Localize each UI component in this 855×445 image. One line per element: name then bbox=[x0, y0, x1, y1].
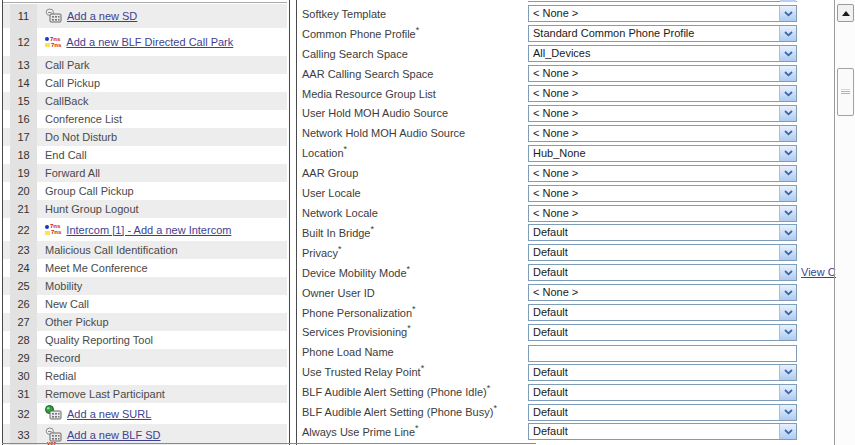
chevron-down-icon[interactable] bbox=[779, 285, 796, 300]
dropdown-select[interactable]: Default bbox=[528, 384, 797, 401]
form-row: AAR Group < None > bbox=[297, 163, 835, 183]
dropdown-select[interactable]: < None > bbox=[528, 105, 797, 122]
dropdown-select[interactable]: Standard Common Phone Profile bbox=[528, 25, 797, 42]
button-number: 21 bbox=[10, 200, 37, 218]
vertical-scrollbar[interactable] bbox=[836, 0, 855, 445]
required-marker: * bbox=[338, 244, 342, 254]
field-label: Location* bbox=[297, 147, 528, 159]
button-feature-cell: End Call bbox=[37, 149, 287, 161]
dropdown-select[interactable]: Default bbox=[528, 364, 797, 381]
dropdown-select[interactable]: < None > bbox=[528, 284, 797, 301]
add-feature-link[interactable]: Intercom [1] - Add a new Intercom bbox=[66, 224, 231, 236]
button-feature-cell: Forward All bbox=[37, 167, 287, 179]
field-label: BLF Audible Alert Setting (Phone Busy)* bbox=[297, 406, 528, 418]
dropdown-select[interactable]: < None > bbox=[528, 125, 797, 142]
chevron-down-icon[interactable] bbox=[779, 325, 796, 340]
add-feature-link[interactable]: Add a new BLF SD bbox=[67, 429, 161, 441]
form-row: Network Hold MOH Audio Source < None > bbox=[297, 123, 835, 143]
chevron-down-icon[interactable] bbox=[779, 305, 796, 320]
chevron-down-icon[interactable] bbox=[779, 26, 796, 41]
clipped-previous-dropdown bbox=[528, 0, 797, 2]
selected-value: Default bbox=[529, 325, 779, 340]
selected-value: Hub_None bbox=[529, 146, 779, 161]
selected-value: < None > bbox=[529, 285, 779, 300]
add-feature-link[interactable]: Add a new SURL bbox=[67, 408, 151, 420]
blf-sd-icon: ver bbox=[45, 427, 62, 444]
form-row: Privacy* Default bbox=[297, 243, 835, 263]
phone-button-row: 24 Meet Me Conference bbox=[3, 259, 287, 277]
button-number: 26 bbox=[10, 295, 37, 313]
chevron-down-icon[interactable] bbox=[779, 385, 796, 400]
surl-icon bbox=[45, 405, 62, 422]
add-feature-link[interactable]: Add a new BLF Directed Call Park bbox=[66, 36, 233, 48]
field-label: Network Hold MOH Audio Source bbox=[297, 127, 528, 139]
dropdown-select[interactable]: < None > bbox=[528, 205, 797, 222]
left-table-top-border bbox=[3, 2, 287, 3]
scrollbar-up-button[interactable] bbox=[837, 4, 854, 22]
scrollbar-thumb[interactable] bbox=[837, 68, 854, 116]
chevron-down-icon[interactable] bbox=[779, 6, 796, 21]
phone-button-list: 11 Add a new SD 12 7ns7nsAdd a new BLF D… bbox=[3, 4, 287, 445]
dropdown-select[interactable]: Default bbox=[528, 304, 797, 321]
button-number: 11 bbox=[10, 4, 37, 28]
button-number: 17 bbox=[10, 128, 37, 146]
field-label: Device Mobility Mode* bbox=[297, 267, 528, 279]
feature-label: Other Pickup bbox=[45, 316, 109, 328]
dropdown-select[interactable]: Default bbox=[528, 264, 797, 281]
dropdown-select[interactable]: < None > bbox=[528, 65, 797, 82]
feature-label: Record bbox=[45, 352, 80, 364]
dropdown-select[interactable]: Default bbox=[528, 244, 797, 261]
field-control: < None > bbox=[528, 165, 797, 182]
chevron-down-icon[interactable] bbox=[779, 126, 796, 141]
chevron-down-icon[interactable] bbox=[779, 106, 796, 121]
dropdown-select[interactable]: Default bbox=[528, 224, 797, 241]
dropdown-select[interactable]: Default bbox=[528, 404, 797, 421]
selected-value: < None > bbox=[529, 186, 779, 201]
dropdown-select[interactable]: < None > bbox=[528, 5, 797, 22]
chevron-down-icon[interactable] bbox=[779, 225, 796, 240]
field-control: Default bbox=[528, 404, 797, 421]
up-arrow-icon bbox=[842, 11, 850, 16]
chevron-down-icon[interactable] bbox=[779, 46, 796, 61]
chevron-down-icon[interactable] bbox=[779, 86, 796, 101]
dropdown-select[interactable]: < None > bbox=[528, 185, 797, 202]
selected-value: Default bbox=[529, 225, 779, 240]
button-feature-cell: Remove Last Participant bbox=[37, 388, 287, 400]
selected-value: < None > bbox=[529, 6, 779, 21]
field-label: Common Phone Profile* bbox=[297, 28, 528, 40]
feature-label: Mobility bbox=[45, 280, 82, 292]
button-number: 18 bbox=[10, 146, 37, 164]
dropdown-select[interactable]: < None > bbox=[528, 85, 797, 102]
button-feature-cell: New Call bbox=[37, 298, 287, 310]
feature-label: Call Pickup bbox=[45, 77, 100, 89]
phone-button-row: 26 New Call bbox=[3, 295, 287, 313]
field-label: Network Locale bbox=[297, 207, 528, 219]
dropdown-select[interactable]: Default bbox=[528, 423, 797, 440]
button-number: 20 bbox=[10, 182, 37, 200]
field-control: Default bbox=[528, 423, 797, 440]
chevron-down-icon[interactable] bbox=[779, 265, 796, 280]
field-control: Standard Common Phone Profile bbox=[528, 25, 797, 42]
dropdown-select[interactable]: Default bbox=[528, 324, 797, 341]
chevron-down-icon[interactable] bbox=[779, 186, 796, 201]
chevron-down-icon[interactable] bbox=[779, 405, 796, 420]
dropdown-select[interactable]: All_Devices bbox=[528, 45, 797, 62]
chevron-down-icon[interactable] bbox=[779, 245, 796, 260]
add-feature-link[interactable]: Add a new SD bbox=[67, 10, 137, 22]
form-row: Phone Load Name bbox=[297, 342, 835, 362]
chevron-down-icon[interactable] bbox=[779, 66, 796, 81]
chevron-down-icon[interactable] bbox=[779, 365, 796, 380]
dropdown-select[interactable]: Hub_None bbox=[528, 145, 797, 162]
dropdown-select[interactable]: < None > bbox=[528, 165, 797, 182]
chevron-down-icon[interactable] bbox=[779, 146, 796, 161]
feature-label: Malicious Call Identification bbox=[45, 244, 178, 256]
chevron-down-icon[interactable] bbox=[779, 166, 796, 181]
chevron-down-icon[interactable] bbox=[779, 424, 796, 439]
form-row: Location* Hub_None bbox=[297, 143, 835, 163]
form-row: BLF Audible Alert Setting (Phone Busy)* … bbox=[297, 402, 835, 422]
form-row: Media Resource Group List < None > bbox=[297, 84, 835, 104]
button-number: 16 bbox=[10, 110, 37, 128]
phone-load-name-input[interactable] bbox=[528, 345, 797, 362]
field-control: < None > bbox=[528, 185, 797, 202]
chevron-down-icon[interactable] bbox=[779, 206, 796, 221]
